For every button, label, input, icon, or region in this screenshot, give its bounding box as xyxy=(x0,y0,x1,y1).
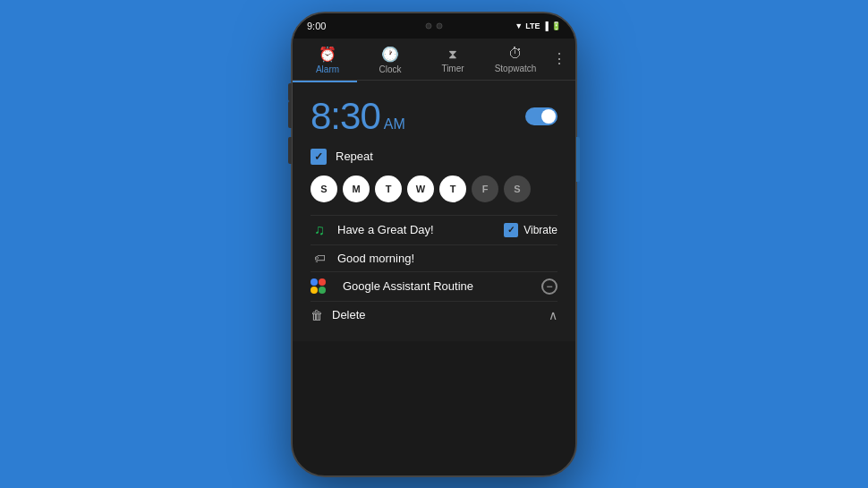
tab-alarm[interactable]: ⏰ Alarm xyxy=(296,39,359,80)
status-time: 9:00 xyxy=(307,21,326,31)
vibrate-checkbox[interactable]: ✓ xyxy=(504,223,518,237)
timer-tab-label: Timer xyxy=(441,64,464,73)
camera-dot-1 xyxy=(426,22,432,29)
lte-icon: LTE xyxy=(525,21,540,30)
toggle-knob xyxy=(541,109,556,124)
tab-underline-row xyxy=(293,81,575,82)
alarm-time-value: 8:30 xyxy=(311,95,380,138)
days-row: S M T W T F S xyxy=(311,176,557,202)
sound-label: Have a Great Day! xyxy=(337,223,495,236)
alarm-period: AM xyxy=(384,116,405,133)
label-icon: 🏷 xyxy=(311,252,328,265)
content-area: 8:30 AM ✓ Repeat S M xyxy=(293,82,575,341)
spotify-icon: ♫ xyxy=(311,222,328,238)
vibrate-label: Vibrate xyxy=(523,224,557,236)
day-sunday[interactable]: S xyxy=(311,176,337,202)
vibrate-row[interactable]: ✓ Vibrate xyxy=(504,223,557,237)
repeat-row: ✓ Repeat xyxy=(311,149,557,165)
tab-timer[interactable]: ⧗ Timer xyxy=(421,39,484,79)
repeat-checkbox[interactable]: ✓ xyxy=(311,149,327,165)
day-monday-letter: M xyxy=(352,184,360,194)
phone-outer: 9:00 ▼ LTE ▐ 🔋 ⏰ Alarm 🕐 Clock xyxy=(291,12,577,477)
day-tuesday-letter: T xyxy=(386,184,392,194)
day-friday-letter: F xyxy=(482,184,489,194)
delete-row[interactable]: 🗑 Delete ∧ xyxy=(311,301,557,329)
google-assistant-icon xyxy=(311,278,328,294)
day-friday[interactable]: F xyxy=(472,176,498,202)
volume-silent-button[interactable] xyxy=(288,83,292,101)
day-tuesday[interactable]: T xyxy=(375,176,402,202)
clock-tab-label: Clock xyxy=(379,64,401,74)
day-thursday[interactable]: T xyxy=(439,176,466,202)
battery-icon: 🔋 xyxy=(551,21,561,30)
checkmark-icon: ✓ xyxy=(314,151,323,162)
camera-area xyxy=(426,22,443,29)
day-thursday-letter: T xyxy=(450,184,456,194)
tab-stopwatch[interactable]: ⏱ Stopwatch xyxy=(484,39,547,79)
camera-dot-2 xyxy=(437,22,443,29)
vibrate-checkmark: ✓ xyxy=(507,225,515,235)
alarm-label-text: Good morning! xyxy=(337,252,557,265)
label-row[interactable]: 🏷 Good morning! xyxy=(311,244,557,271)
tab-clock[interactable]: 🕐 Clock xyxy=(359,39,421,80)
alarm-tab-label: Alarm xyxy=(316,64,339,74)
wifi-icon: ▼ xyxy=(515,21,523,30)
day-wednesday-letter: W xyxy=(416,184,425,194)
delete-label: Delete xyxy=(332,308,540,321)
volume-down-button[interactable] xyxy=(288,137,292,164)
day-wednesday[interactable]: W xyxy=(407,176,434,202)
delete-icon: 🗑 xyxy=(311,308,323,322)
more-menu-button[interactable]: ⋮ xyxy=(547,43,572,74)
status-bar: 9:00 ▼ LTE ▐ 🔋 xyxy=(293,13,575,39)
phone-wrapper: 9:00 ▼ LTE ▐ 🔋 ⏰ Alarm 🕐 Clock xyxy=(291,12,577,477)
tabs-bar: ⏰ Alarm 🕐 Clock ⧗ Timer ⏱ Stopwatch ⋮ xyxy=(293,39,575,81)
day-sunday-letter: S xyxy=(320,184,327,194)
chevron-up-icon[interactable]: ∧ xyxy=(549,308,557,322)
alarm-time-display: 8:30 AM xyxy=(311,95,405,138)
stopwatch-tab-icon: ⏱ xyxy=(508,46,523,62)
alarm-toggle[interactable] xyxy=(525,107,557,125)
status-icons: ▼ LTE ▐ 🔋 xyxy=(515,21,561,30)
power-button[interactable] xyxy=(576,137,580,182)
sound-row[interactable]: ♫ Have a Great Day! ✓ Vibrate xyxy=(311,215,557,244)
timer-tab-icon: ⧗ xyxy=(448,47,457,62)
alarm-tab-icon: ⏰ xyxy=(319,46,336,63)
volume-up-button[interactable] xyxy=(288,101,292,128)
stopwatch-tab-label: Stopwatch xyxy=(495,64,537,73)
clock-tab-icon: 🕐 xyxy=(381,46,399,63)
signal-bars: ▐ xyxy=(543,21,549,30)
day-saturday-letter: S xyxy=(514,184,520,194)
assistant-label: Google Assistant Routine xyxy=(343,279,532,293)
repeat-label: Repeat xyxy=(336,150,373,163)
minus-button[interactable]: − xyxy=(541,278,557,295)
alarm-time-row: 8:30 AM xyxy=(311,95,557,138)
day-monday[interactable]: M xyxy=(343,176,370,202)
assistant-row[interactable]: Google Assistant Routine − xyxy=(311,271,557,301)
day-saturday[interactable]: S xyxy=(504,176,531,202)
